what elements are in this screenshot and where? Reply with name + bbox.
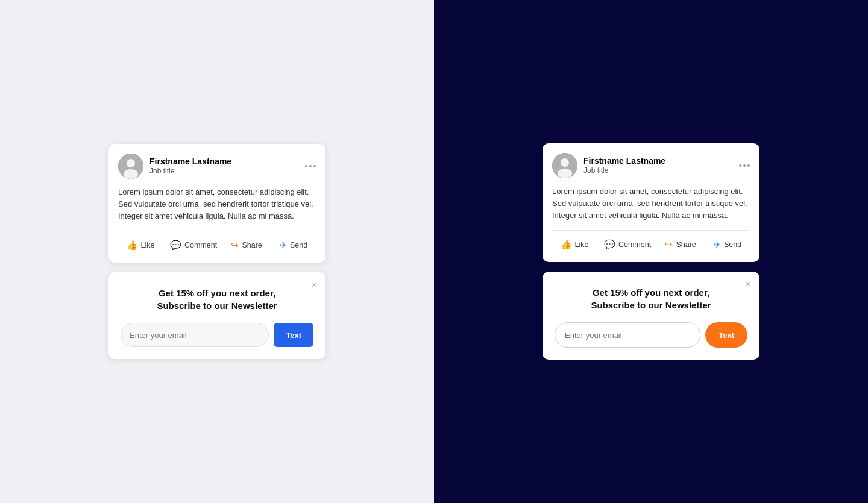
right-share-label: Share — [676, 240, 696, 249]
svg-point-1 — [127, 159, 135, 167]
right-post-body: Lorem ipsum dolor sit amet, consectetur … — [552, 186, 750, 222]
dot2 — [743, 164, 746, 167]
right-comment-icon: 💬 — [604, 239, 615, 250]
left-post-body: Lorem ipsum dolor sit amet, consectetur … — [118, 186, 316, 222]
right-like-button[interactable]: 👍 Like — [552, 237, 597, 252]
right-newsletter-card: × Get 15% off you next order, Subscribe … — [542, 272, 760, 360]
right-more-menu[interactable] — [739, 164, 750, 167]
right-newsletter-title-line1: Get 15% off you next order, — [593, 287, 709, 298]
left-post-header: Firstname Lastname Job title — [118, 154, 316, 179]
right-send-icon: ✈ — [714, 240, 721, 249]
dot1 — [305, 165, 307, 167]
like-icon: 👍 — [127, 240, 138, 251]
left-subscribe-button[interactable]: Text — [274, 323, 313, 347]
right-post-card: Firstname Lastname Job title Lorem ipsum… — [542, 143, 760, 262]
left-like-label: Like — [141, 241, 155, 249]
left-post-user-info: Firstname Lastname Job title — [149, 157, 231, 175]
dot2 — [309, 165, 312, 167]
right-newsletter-title: Get 15% off you next order, Subscribe to… — [555, 286, 747, 311]
right-comment-button[interactable]: 💬 Comment — [599, 237, 656, 252]
right-post-user-info: Firstname Lastname Job title — [583, 156, 665, 175]
left-post-job: Job title — [149, 167, 231, 175]
right-avatar — [552, 153, 577, 178]
left-comment-button[interactable]: 💬 Comment — [165, 237, 222, 253]
right-like-label: Like — [575, 240, 589, 249]
left-post-header-left: Firstname Lastname Job title — [118, 154, 231, 179]
right-subscribe-button[interactable]: Text — [705, 322, 747, 348]
left-email-input[interactable] — [121, 323, 269, 347]
left-post-card: Firstname Lastname Job title Lorem ipsum… — [108, 144, 326, 263]
svg-point-2 — [124, 169, 138, 179]
left-newsletter-title-line1: Get 15% off you next order, — [159, 288, 275, 298]
comment-icon: 💬 — [170, 240, 181, 251]
svg-point-4 — [561, 158, 569, 167]
dot3 — [313, 165, 316, 167]
right-post-header: Firstname Lastname Job title — [552, 153, 750, 178]
left-newsletter-close-button[interactable]: × — [312, 280, 317, 290]
left-avatar — [118, 154, 143, 179]
right-newsletter-title-line2: Subscribe to our Newsletter — [591, 300, 711, 310]
send-icon: ✈ — [280, 240, 287, 250]
right-post-name: Firstname Lastname — [583, 156, 665, 166]
left-send-label: Send — [290, 241, 307, 249]
right-send-button[interactable]: ✈ Send — [705, 237, 750, 252]
left-newsletter-card: × Get 15% off you next order, Subscribe … — [108, 272, 326, 359]
left-send-button[interactable]: ✈ Send — [271, 238, 316, 252]
left-share-label: Share — [242, 241, 262, 249]
left-share-button[interactable]: ↪ Share — [224, 237, 269, 253]
left-like-button[interactable]: 👍 Like — [118, 237, 163, 253]
right-post-actions: 👍 Like 💬 Comment ↪ Share ✈ Send — [552, 230, 750, 252]
right-newsletter-form: Text — [555, 322, 747, 348]
right-post-header-left: Firstname Lastname Job title — [552, 153, 665, 178]
left-post-name: Firstname Lastname — [149, 157, 231, 167]
dot1 — [739, 164, 741, 167]
dot3 — [747, 164, 750, 167]
left-newsletter-title-line2: Subscribe to our Newsletter — [157, 301, 277, 311]
right-share-button[interactable]: ↪ Share — [658, 237, 703, 252]
right-panel: Firstname Lastname Job title Lorem ipsum… — [434, 0, 868, 503]
right-newsletter-close-button[interactable]: × — [746, 279, 751, 290]
svg-point-5 — [558, 169, 572, 178]
left-panel: Firstname Lastname Job title Lorem ipsum… — [0, 0, 434, 503]
left-more-menu[interactable] — [305, 165, 316, 167]
left-newsletter-form: Text — [121, 323, 313, 347]
share-icon: ↪ — [231, 240, 239, 251]
right-like-icon: 👍 — [561, 239, 572, 250]
right-post-job: Job title — [583, 166, 665, 175]
left-newsletter-title: Get 15% off you next order, Subscribe to… — [121, 287, 313, 312]
right-comment-label: Comment — [618, 240, 651, 249]
left-post-actions: 👍 Like 💬 Comment ↪ Share ✈ Send — [118, 231, 316, 253]
right-send-label: Send — [724, 240, 741, 249]
left-comment-label: Comment — [184, 241, 217, 249]
right-share-icon: ↪ — [665, 239, 673, 250]
right-email-input[interactable] — [555, 322, 700, 348]
